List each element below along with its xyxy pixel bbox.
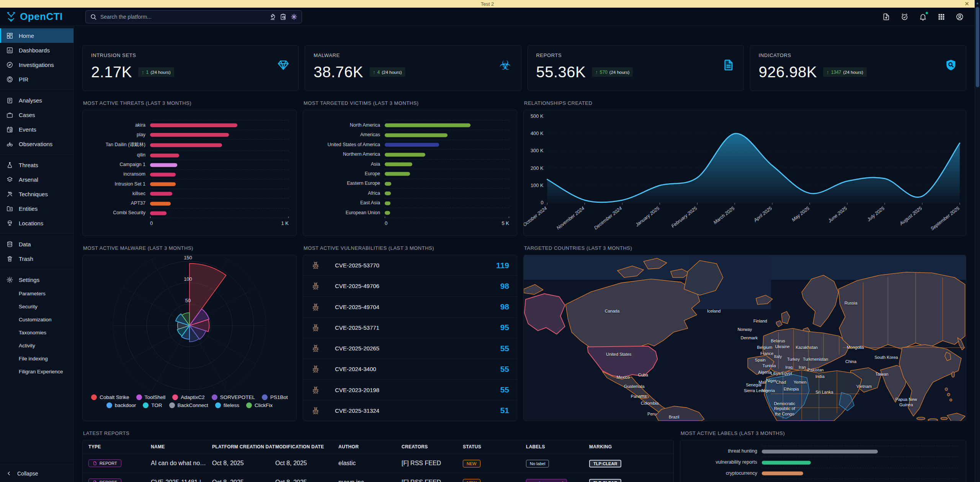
legend-item-backconnect[interactable]: BackConnect bbox=[169, 402, 208, 408]
stat-card-reports[interactable]: REPORTS55.36K↑570(24 hours) bbox=[528, 45, 744, 91]
sidebar-item-dashboards[interactable]: Dashboards bbox=[0, 43, 74, 57]
bar[interactable] bbox=[385, 143, 439, 147]
chevron-right-icon[interactable] bbox=[658, 460, 665, 467]
reports-column-header[interactable]: CREATORS bbox=[402, 444, 463, 449]
search-input[interactable] bbox=[100, 14, 266, 20]
vulnerability-row[interactable]: CVE-2025-53770119 bbox=[303, 255, 517, 275]
legend-item-ps1bot[interactable]: PS1Bot bbox=[262, 394, 288, 400]
filigran-star-icon[interactable] bbox=[290, 13, 298, 21]
vulnerability-row[interactable]: CVE-2024-340055 bbox=[303, 358, 517, 379]
bar[interactable] bbox=[762, 461, 811, 464]
apps-grid-icon[interactable] bbox=[937, 13, 946, 21]
report-type-chip[interactable]: REPORT bbox=[88, 479, 121, 482]
label-chip[interactable]: countermeasures' bbox=[526, 479, 567, 482]
bar[interactable] bbox=[150, 192, 172, 196]
bar[interactable] bbox=[150, 123, 237, 127]
stat-card-intrusion-sets[interactable]: INTRUSION SETS2.17K↑1(24 hours) bbox=[82, 45, 299, 91]
reports-column-header[interactable]: MODIFICATION DATE bbox=[275, 444, 338, 449]
bar[interactable] bbox=[150, 173, 176, 176]
bar[interactable] bbox=[385, 192, 391, 195]
sidebar-item-home[interactable]: Home bbox=[0, 28, 74, 43]
reports-column-header[interactable]: NAME bbox=[151, 444, 212, 449]
clipboard-search-icon[interactable] bbox=[279, 13, 287, 21]
world-map[interactable]: IcelandRussiaCanadaNorwayFinlandDenmarkB… bbox=[524, 255, 966, 421]
marking-chip[interactable]: TLP:CLEAR bbox=[589, 479, 621, 482]
account-circle-icon[interactable] bbox=[956, 13, 964, 21]
legend-item-fileless[interactable]: fileless bbox=[215, 402, 239, 408]
report-type-chip[interactable]: REPORT bbox=[88, 459, 121, 467]
sidebar-subitem-parameters[interactable]: Parameters bbox=[0, 287, 74, 300]
sidebar-subitem-activity[interactable]: Activity bbox=[0, 339, 74, 352]
bar[interactable] bbox=[150, 163, 177, 167]
reports-column-header[interactable]: PLATFORM CREATION DAT bbox=[212, 444, 275, 449]
legend-item-clickfix[interactable]: ClickFix bbox=[246, 402, 273, 408]
status-chip[interactable]: NEW bbox=[463, 479, 480, 482]
vulnerability-row[interactable]: CVE-2023-2019855 bbox=[303, 379, 517, 400]
opencti-logo[interactable]: OpenCTI bbox=[0, 11, 74, 23]
sidebar-item-techniques[interactable]: Techniques bbox=[0, 187, 74, 201]
sidebar-item-entities[interactable]: Entities bbox=[0, 201, 74, 216]
chevron-right-icon[interactable] bbox=[658, 479, 665, 482]
vulnerability-row[interactable]: CVE-2025-5377195 bbox=[303, 317, 517, 338]
bar[interactable] bbox=[385, 182, 391, 186]
sidebar-item-locations[interactable]: Locations bbox=[0, 216, 74, 230]
sidebar-item-trash[interactable]: Trash bbox=[0, 251, 74, 266]
report-table-row[interactable]: REPORTCVE-2025-11481 | v...Oct 8, 2025Oc… bbox=[83, 472, 673, 482]
bar[interactable] bbox=[385, 162, 412, 166]
alarm-check-icon[interactable] bbox=[900, 13, 909, 21]
bar[interactable] bbox=[385, 211, 390, 215]
stat-card-indicators[interactable]: INDICATORS926.98K↑1347(24 hours) bbox=[750, 45, 966, 91]
legend-item-sorvepotel[interactable]: SORVEPOTEL bbox=[212, 394, 255, 400]
legend-item-tor[interactable]: TOR bbox=[143, 402, 162, 408]
vertical-scrollbar[interactable]: ▲ bbox=[975, 0, 980, 482]
bar[interactable] bbox=[150, 202, 171, 205]
sidebar-item-investigations[interactable]: Investigations bbox=[0, 57, 74, 72]
reports-column-header[interactable]: TYPE bbox=[88, 444, 151, 449]
sidebar-subitem-security[interactable]: Security bbox=[0, 300, 74, 313]
bar[interactable] bbox=[150, 211, 167, 215]
bar[interactable] bbox=[150, 143, 222, 147]
sidebar-item-threats[interactable]: Threats bbox=[0, 158, 74, 172]
sidebar-item-pir[interactable]: PIR bbox=[0, 72, 74, 86]
vulnerability-row[interactable]: CVE-2025-3132451 bbox=[303, 400, 517, 421]
reports-column-header[interactable]: STATUS bbox=[463, 444, 526, 449]
file-upload-icon[interactable] bbox=[882, 13, 890, 21]
bar[interactable] bbox=[385, 133, 448, 137]
microscope-icon[interactable] bbox=[269, 13, 276, 21]
sidebar-item-events[interactable]: Events bbox=[0, 122, 74, 137]
notifications-bell-icon[interactable] bbox=[919, 13, 927, 21]
vulnerability-row[interactable]: CVE-2025-2026555 bbox=[303, 338, 517, 358]
bar[interactable] bbox=[150, 182, 176, 186]
scroll-up-arrow[interactable]: ▲ bbox=[975, 0, 980, 6]
reports-column-header[interactable]: LABELS bbox=[526, 444, 589, 449]
label-chip[interactable]: No label bbox=[526, 460, 549, 467]
sidebar-item-analyses[interactable]: Analyses bbox=[0, 93, 74, 107]
bar[interactable] bbox=[385, 201, 390, 205]
legend-item-cobalt-strike[interactable]: Cobalt Strike bbox=[91, 394, 129, 400]
sidebar-collapse-button[interactable]: Collapse bbox=[0, 464, 74, 482]
bar[interactable] bbox=[385, 172, 410, 176]
global-search[interactable] bbox=[85, 10, 302, 23]
vulnerability-row[interactable]: CVE-2025-4970498 bbox=[303, 296, 517, 317]
legend-item-backdoor[interactable]: backdoor bbox=[106, 402, 136, 408]
bar[interactable] bbox=[385, 124, 470, 127]
bar[interactable] bbox=[762, 449, 878, 453]
sidebar-subitem-filigran-experience[interactable]: Filigran Experience bbox=[0, 365, 74, 378]
legend-item-toolshell[interactable]: ToolShell bbox=[136, 394, 166, 400]
sidebar-item-data[interactable]: Data bbox=[0, 237, 74, 251]
legend-item-adaptixc2[interactable]: AdaptixC2 bbox=[172, 394, 204, 400]
vulnerability-row[interactable]: CVE-2025-4970698 bbox=[303, 275, 517, 296]
bar[interactable] bbox=[762, 472, 803, 475]
sidebar-subitem-customization[interactable]: Customization bbox=[0, 313, 74, 326]
sidebar-subitem-file-indexing[interactable]: File indexing bbox=[0, 352, 74, 365]
report-table-row[interactable]: REPORTAI can do what now?!...Oct 8, 2025… bbox=[83, 453, 673, 472]
bar[interactable] bbox=[150, 133, 229, 137]
reports-column-header[interactable]: AUTHOR bbox=[338, 444, 402, 449]
sidebar-item-cases[interactable]: Cases bbox=[0, 107, 74, 122]
status-chip[interactable]: NEW bbox=[463, 460, 480, 467]
sidebar-item-settings[interactable]: Settings bbox=[0, 272, 74, 287]
scrollbar-thumb[interactable] bbox=[976, 7, 979, 87]
sidebar-item-observations[interactable]: Observations bbox=[0, 137, 74, 151]
bar[interactable] bbox=[150, 153, 179, 157]
banner-close-icon[interactable]: ✕ bbox=[964, 0, 969, 7]
